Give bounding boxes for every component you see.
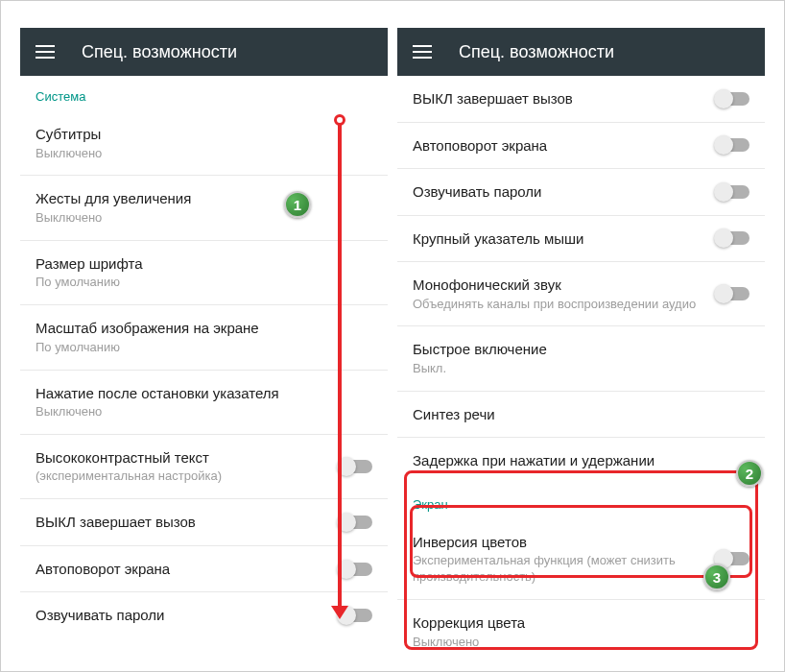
item-subtitle: По умолчанию [36, 340, 372, 356]
settings-item[interactable]: Высококонтрастный текст(экспериментальна… [20, 435, 388, 499]
section-header-system: Система [20, 76, 388, 111]
item-subtitle: Экспериментальная функция (может снизить… [413, 553, 709, 586]
item-subtitle: По умолчанию [36, 275, 372, 291]
toggle-switch[interactable] [717, 185, 749, 199]
settings-item[interactable]: Синтез речи [397, 392, 765, 439]
settings-list-right[interactable]: ВЫКЛ завершает вызовАвтоповорот экранаОз… [397, 76, 765, 650]
item-title: Автоповорот экрана [36, 560, 332, 579]
item-title: Нажатие после остановки указателя [36, 384, 372, 403]
svg-rect-0 [36, 45, 55, 47]
item-title: Быстрое включение [413, 340, 749, 359]
hamburger-icon[interactable] [36, 45, 55, 59]
settings-list-left[interactable]: Система СубтитрыВыключеноЖесты для увели… [20, 76, 388, 650]
badge-2: 2 [736, 460, 763, 487]
svg-rect-5 [413, 57, 432, 59]
settings-item[interactable]: Озвучивать пароли [397, 169, 765, 216]
toggle-switch[interactable] [717, 92, 749, 106]
settings-item[interactable]: ВЫКЛ завершает вызов [20, 499, 388, 546]
svg-rect-1 [36, 51, 55, 53]
toggle-switch[interactable] [340, 563, 372, 576]
settings-item[interactable]: Задержка при нажатии и удержании [397, 438, 765, 484]
toggle-switch[interactable] [717, 138, 749, 152]
settings-item[interactable]: Нажатие после остановки указателяВыключе… [20, 371, 388, 435]
settings-item[interactable]: Монофонический звукОбъединять каналы при… [397, 262, 765, 326]
item-title: Озвучивать пароли [413, 182, 709, 202]
svg-rect-3 [413, 45, 432, 47]
badge-1: 1 [284, 191, 311, 218]
item-subtitle: (экспериментальная настройка) [36, 468, 332, 485]
item-title: Масштаб изображения на экране [36, 319, 372, 338]
appbar-title: Спец. возможности [82, 42, 237, 62]
item-subtitle: Выключено [36, 210, 372, 227]
toggle-switch[interactable] [717, 287, 749, 300]
item-title: Высококонтрастный текст [36, 448, 332, 468]
section-header-screen: Экран [397, 484, 765, 519]
item-title: Жесты для увеличения [36, 189, 372, 208]
phone-right: Спец. возможности ВЫКЛ завершает вызовАв… [397, 28, 765, 650]
item-subtitle: Объединять каналы при воспроизведении ау… [413, 297, 709, 313]
settings-item[interactable]: Коррекция цветаВыключено [397, 600, 765, 650]
phone-left: Спец. возможности Система СубтитрыВыключ… [20, 28, 388, 650]
item-title: Инверсия цветов [413, 533, 709, 552]
item-title: Монофонический звук [413, 276, 709, 295]
appbar-title: Спец. возможности [459, 42, 614, 62]
item-subtitle: Выключено [36, 404, 372, 420]
item-subtitle: Выключено [36, 146, 372, 162]
settings-item[interactable]: Автоповорот экрана [20, 546, 388, 593]
item-title: ВЫКЛ завершает вызов [36, 513, 332, 532]
item-title: Задержка при нажатии и удержании [413, 451, 749, 470]
arrow-down-icon [331, 606, 348, 619]
item-title: ВЫКЛ завершает вызов [413, 89, 709, 108]
item-subtitle: Выкл. [413, 361, 749, 377]
appbar: Спец. возможности [20, 28, 388, 76]
svg-rect-2 [36, 57, 55, 59]
toggle-switch[interactable] [717, 231, 749, 245]
arrow-line [338, 124, 342, 608]
toggle-switch[interactable] [340, 460, 372, 473]
badge-3: 3 [703, 564, 730, 590]
settings-item[interactable]: Жесты для увеличенияВыключено [20, 176, 388, 240]
toggle-switch[interactable] [340, 516, 372, 529]
item-title: Озвучивать пароли [36, 606, 332, 625]
settings-item[interactable]: ВЫКЛ завершает вызов [397, 76, 765, 123]
item-title: Крупный указатель мыши [413, 229, 709, 249]
item-title: Размер шрифта [36, 254, 372, 274]
settings-item[interactable]: Масштаб изображения на экранеПо умолчани… [20, 305, 388, 370]
settings-item[interactable]: Автоповорот экрана [397, 123, 765, 170]
item-subtitle: Выключено [413, 635, 749, 650]
item-title: Автоповорот экрана [413, 136, 709, 156]
item-title: Синтез речи [413, 405, 749, 424]
settings-item[interactable]: Быстрое включениеВыкл. [397, 326, 765, 391]
settings-item[interactable]: Размер шрифтаПо умолчанию [20, 241, 388, 305]
settings-item[interactable]: Крупный указатель мыши [397, 216, 765, 263]
svg-rect-4 [413, 51, 432, 53]
settings-item[interactable]: СубтитрыВыключено [20, 111, 388, 176]
item-title: Коррекция цвета [413, 613, 749, 633]
appbar: Спец. возможности [397, 28, 765, 76]
item-title: Субтитры [36, 125, 372, 144]
hamburger-icon[interactable] [413, 45, 432, 59]
